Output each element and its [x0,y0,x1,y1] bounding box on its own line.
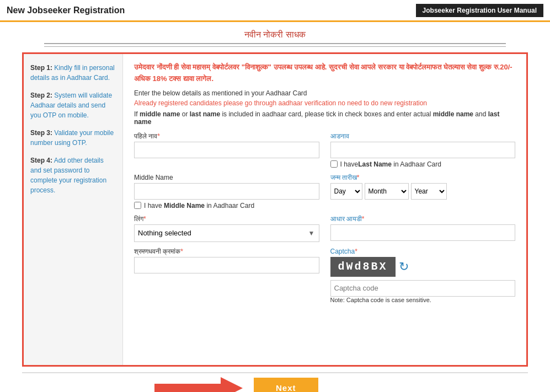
form-area: उमेदवार नोंदणी ही सेवा महासम्‌ वेबपोर्टल… [123,54,526,365]
arrow-container [22,377,243,393]
first-name-label: पहिले नाव* [134,132,319,140]
notice-warning: Already registered candidates please go … [134,99,515,107]
sidebar-step-1-label: Step 1: [30,64,52,72]
next-button-wrap: Next [243,378,329,392]
gender-select[interactable]: Nothing selected Male Female Other [134,224,319,242]
first-name-input[interactable] [134,142,319,158]
last-name-checkbox-label: I haveLast Name in Aadhaar Card [340,160,441,168]
middle-name-label: Middle Name [134,174,319,181]
sidebar-step-2-label: Step 2: [30,92,52,99]
sidebar-step-3-label: Step 3: [30,129,52,137]
last-name-checkbox-row: I haveLast Name in Aadhaar Card [330,160,516,168]
dob-year-select[interactable]: Year 20052000199519901985198019751970 [411,183,447,200]
dob-group: जन्म तारीख* Day 12345 678910 1112131415 … [330,174,516,210]
title-divider [44,46,506,47]
header-title: New Jobseeker Registration [7,6,125,15]
aadhar-input[interactable] [330,224,516,241]
sidebar: Step 1: Kindly fill in personal details … [24,54,123,365]
page-header: New Jobseeker Registration Jobseeker Reg… [0,0,550,22]
user-manual-button[interactable]: Jobseeker Registration User Manual [416,4,543,17]
next-button[interactable]: Next [254,378,318,392]
middle-name-group: Middle Name I have Middle Name in Aadhaa… [134,174,319,210]
dob-label: जन्म तारीख* [330,174,516,181]
labour-group: श्रमणधवनी क्रमांक* [134,248,319,303]
sidebar-step-4: Step 4: Add other details and set passwo… [30,155,116,195]
last-name-checkbox[interactable] [330,160,338,168]
middle-name-input[interactable] [134,183,319,200]
captcha-refresh-icon[interactable]: ↻ [399,260,409,274]
bottom-section: Next [22,372,528,392]
aadhar-label: आधार आयडी* [330,215,516,223]
middle-name-checkbox-row: I have Middle Name in Aadhaar Card [134,202,319,210]
main-content: Step 1: Kindly fill in personal details … [22,52,528,367]
notice-marathi: उमेदवार नोंदणी ही सेवा महासम्‌ वेबपोर्टल… [134,62,515,85]
captcha-input[interactable] [330,280,516,297]
captcha-display-row: dWd8BX ↻ [330,257,516,277]
gender-group: लिंग* Nothing selected Male Female Other… [134,215,319,242]
captcha-note: Note: Captcha code is case sensitive. [330,297,516,303]
first-name-group: पहिले नाव* [134,132,319,168]
middle-name-checkbox[interactable] [134,202,141,209]
middle-name-checkbox-label: I have Middle Name in Aadhaar Card [144,202,254,210]
dob-month-select[interactable]: Month JanuaryFebruaryMarchApril MayJuneJ… [365,183,409,200]
aadhar-group: आधार आयडी* [330,215,516,242]
page-title-section: नवीन नोकरी साधक [44,22,506,44]
gender-select-wrapper: Nothing selected Male Female Other ▼ [134,224,319,242]
captcha-group: Captcha* dWd8BX ↻ Note: Captcha code is … [330,248,516,303]
labour-label: श्रमणधवनी क्रमांक* [134,248,319,255]
page-title-marathi: नवीन नोकरी साधक [44,30,506,40]
sidebar-step-1: Step 1: Kindly fill in personal details … [30,63,116,83]
sidebar-step-4-label: Step 4: [30,157,52,164]
captcha-image: dWd8BX [330,257,396,277]
labour-input[interactable] [134,257,319,273]
sidebar-step-2: Step 2: System will validate Aadhaar det… [30,90,116,120]
last-name-group: आडनाव I haveLast Name in Aadhaar Card [330,132,516,168]
next-arrow-icon [154,377,243,393]
captcha-label: Captcha* [330,248,516,255]
registration-form: पहिले नाव* आडनाव I haveLast Name in Aadh… [134,132,515,303]
last-name-input[interactable] [330,142,516,158]
notice-info: Enter the below details as mentioned in … [134,89,515,97]
notice-instruction: If middle name or last name is included … [134,110,515,126]
dob-selects: Day 12345 678910 1112131415 1617181920 2… [330,183,516,200]
last-name-label: आडनाव [330,132,516,140]
gender-label: लिंग* [134,215,319,223]
sidebar-step-3: Step 3: Validate your mobile number usin… [30,128,116,148]
dob-day-select[interactable]: Day 12345 678910 1112131415 1617181920 2… [330,183,362,200]
